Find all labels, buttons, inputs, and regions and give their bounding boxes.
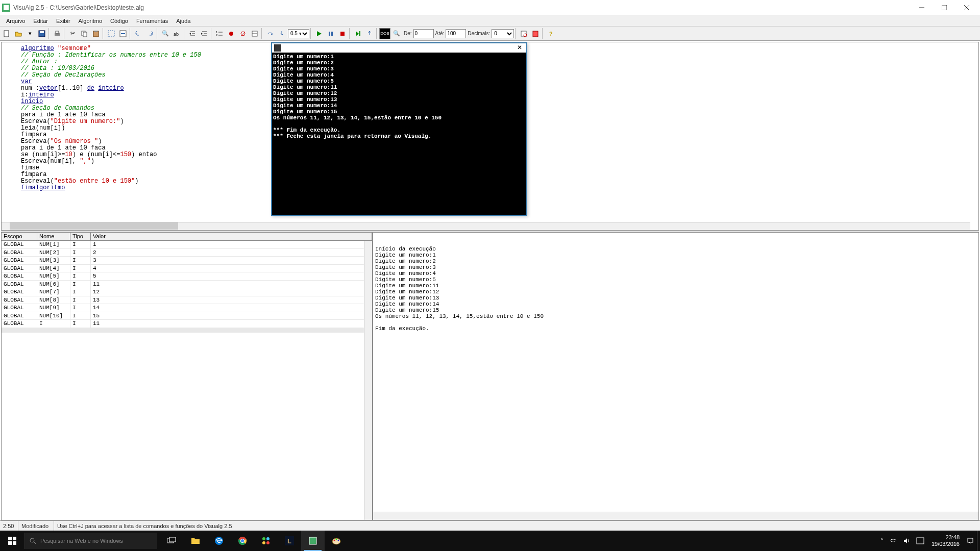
de-input[interactable]	[413, 29, 434, 38]
tray-time: 23:48	[932, 534, 960, 541]
print-button[interactable]	[52, 28, 63, 39]
table-row[interactable]: GLOBALNUM[10]I15	[2, 312, 372, 320]
preview-button[interactable]	[518, 28, 529, 39]
paste-button[interactable]	[90, 28, 102, 39]
lol-icon[interactable]: L	[278, 531, 301, 551]
table-row[interactable]: GLOBALII11	[2, 320, 372, 328]
task-view-button[interactable]	[160, 531, 184, 551]
decimais-combo[interactable]: 0	[492, 29, 514, 38]
open-dropdown-button[interactable]: ▾	[24, 28, 36, 39]
table-row[interactable]: GLOBALNUM[5]I5	[2, 272, 372, 281]
menu-editar[interactable]: Editar	[29, 17, 52, 25]
visualg-taskbar-icon[interactable]	[301, 531, 325, 551]
editor-horizontal-scrollbar[interactable]	[2, 222, 970, 230]
svg-rect-3	[942, 5, 947, 10]
show-desktop-button[interactable]	[977, 531, 980, 551]
svg-rect-63	[309, 537, 316, 544]
col-valor-header[interactable]: Valor	[91, 233, 372, 240]
table-row[interactable]: GLOBALNUM[8]I13	[2, 296, 372, 305]
maximize-button[interactable]	[933, 1, 955, 15]
cut-button[interactable]: ✂	[67, 28, 78, 39]
table-row[interactable]: GLOBALNUM[9]I14	[2, 304, 372, 312]
step-over-button[interactable]	[264, 28, 276, 39]
menu-algoritmo[interactable]: Algoritmo	[75, 17, 106, 25]
file-explorer-icon[interactable]	[184, 531, 207, 551]
menu-arquivo[interactable]: Arquivo	[2, 17, 29, 25]
minimize-button[interactable]	[911, 1, 933, 15]
find-button[interactable]: 🔍	[160, 28, 171, 39]
svg-text:ab: ab	[174, 32, 179, 37]
col-escopo-header[interactable]: Escopo	[2, 233, 37, 240]
toolbar: ▾ ✂ 🔍 ab 12 0.5 ▾ DOS 🔍 De: Até: Decimai…	[0, 27, 980, 41]
svg-text:L: L	[287, 537, 291, 545]
start-button[interactable]	[0, 531, 24, 551]
clear-breakpoints-button[interactable]	[237, 28, 249, 39]
table-row[interactable]: GLOBALNUM[2]I2	[2, 249, 372, 257]
stop-button[interactable]	[337, 28, 348, 39]
table-row[interactable]: GLOBALNUM[3]I3	[2, 257, 372, 265]
chrome-icon[interactable]	[231, 531, 254, 551]
dos-mode-button[interactable]: DOS	[379, 28, 390, 39]
save-button[interactable]	[36, 28, 47, 39]
step-button[interactable]	[352, 28, 363, 39]
paint-icon[interactable]	[325, 531, 348, 551]
replace-button[interactable]: ab	[172, 28, 183, 39]
refresh-screen-button[interactable]: 🔍	[391, 28, 402, 39]
tray-clock[interactable]: 23:48 19/03/2016	[927, 534, 964, 547]
variables-panel: Escopo Nome Tipo Valor GLOBALNUM[1]I1GLO…	[1, 232, 373, 520]
menu-código[interactable]: Código	[106, 17, 132, 25]
new-button[interactable]	[1, 28, 12, 39]
table-row[interactable]: GLOBALNUM[7]I12	[2, 288, 372, 296]
col-tipo-header[interactable]: Tipo	[70, 233, 91, 240]
table-row[interactable]: GLOBALNUM[4]I4	[2, 265, 372, 273]
tray-chevron-icon[interactable]: ˄	[877, 538, 887, 544]
menu-exibir[interactable]: Exibir	[52, 17, 75, 25]
select-all-button[interactable]	[106, 28, 117, 39]
code-editor[interactable]: algoritmo "semnome"// Função : Identific…	[1, 42, 979, 231]
tutorial-button[interactable]	[530, 28, 541, 39]
svg-rect-44	[13, 537, 16, 540]
taskbar-search[interactable]: Pesquisar na Web e no Windows	[24, 533, 157, 549]
redo-button[interactable]	[144, 28, 156, 39]
svg-rect-69	[968, 538, 973, 542]
numbered-list-button[interactable]: 12	[214, 28, 225, 39]
log-horizontal-scrollbar[interactable]	[373, 512, 978, 520]
svg-point-59	[262, 541, 265, 544]
edge-icon[interactable]	[207, 531, 231, 551]
copy-button[interactable]	[79, 28, 90, 39]
vars-vertical-scrollbar[interactable]	[364, 241, 372, 520]
vars-button[interactable]	[249, 28, 260, 39]
col-nome-header[interactable]: Nome	[37, 233, 70, 240]
table-row[interactable]: GLOBALNUM[6]I11	[2, 281, 372, 289]
app-icon	[2, 4, 10, 12]
console-close-button[interactable]: ✕	[515, 44, 524, 52]
tray-language-icon[interactable]	[913, 537, 927, 544]
timer-combo[interactable]: 0.5 ▾	[288, 29, 309, 38]
table-row[interactable]	[2, 332, 372, 333]
menu-ferramentas[interactable]: Ferramentas	[132, 17, 172, 25]
close-button[interactable]	[955, 1, 978, 15]
table-row[interactable]: GLOBALNUM[1]I1	[2, 241, 372, 249]
step-into-button[interactable]	[276, 28, 287, 39]
tray-notifications-icon[interactable]	[964, 537, 977, 544]
goto-line-button[interactable]	[117, 28, 129, 39]
search-placeholder: Pesquisar na Web e no Windows	[40, 538, 123, 544]
indent-button[interactable]	[187, 28, 198, 39]
breakpoint-button[interactable]	[226, 28, 237, 39]
svg-rect-6	[4, 31, 9, 37]
app4-icon[interactable]	[254, 531, 278, 551]
svg-line-48	[34, 542, 36, 544]
console-output: Digite um numero:1 Digite um numero:2 Di…	[272, 53, 526, 215]
menu-ajuda[interactable]: Ajuda	[172, 17, 194, 25]
step-out-button[interactable]	[364, 28, 375, 39]
pause-button[interactable]	[325, 28, 336, 39]
ate-input[interactable]	[446, 29, 466, 38]
taskbar: Pesquisar na Web e no Windows L ˄ 23:48 …	[0, 531, 980, 551]
open-button[interactable]	[13, 28, 24, 39]
outdent-button[interactable]	[199, 28, 210, 39]
tray-volume-icon[interactable]	[900, 537, 913, 544]
run-button[interactable]	[313, 28, 325, 39]
undo-button[interactable]	[133, 28, 144, 39]
tray-wifi-icon[interactable]	[887, 537, 900, 544]
help-button[interactable]: ?	[545, 28, 556, 39]
